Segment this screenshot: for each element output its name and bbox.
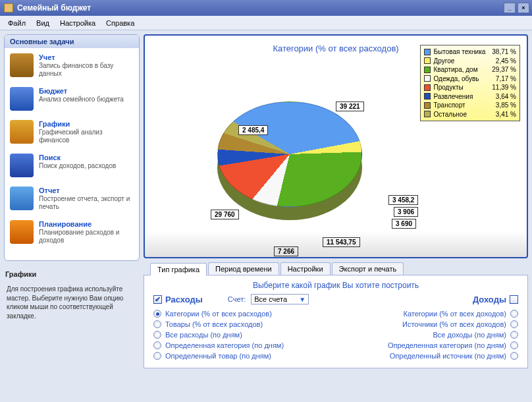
inc-radio-0[interactable]: Категории (% от всех доходов) <box>388 308 518 319</box>
task-Бюджет[interactable]: БюджетАнализ семейного бюджета <box>10 87 134 111</box>
task-Планирование[interactable]: ПланированиеПланирование расходов и дохо… <box>10 220 134 244</box>
task-icon <box>10 220 34 244</box>
task-icon <box>10 120 34 144</box>
inc-radio-2[interactable]: Все доходы (по дням) <box>388 330 518 340</box>
task-desc: Анализ семейного бюджета <box>39 96 124 103</box>
legend-row: Другое2,45 % <box>424 57 516 66</box>
app-title: Семейный бюджет <box>17 3 91 13</box>
task-title: Планирование <box>39 220 134 228</box>
options-panel: Выберите какой график Вы хотите построит… <box>144 275 528 368</box>
pie-chart: 39 221 2 485,4 29 760 7 266 11 543,75 3 … <box>184 75 382 246</box>
tab-1[interactable]: Период времени <box>208 262 279 275</box>
chevron-down-icon: ▼ <box>299 296 306 303</box>
data-label: 29 760 <box>211 210 239 219</box>
menu-2[interactable]: Настройка <box>55 18 101 28</box>
legend-row: Одежда, обувь7,17 % <box>424 74 516 84</box>
menubar: ФайлВидНастройкаСправка <box>0 16 532 30</box>
titlebar: Семейный бюджет _ × <box>0 0 532 16</box>
account-select[interactable]: Все счета▼ <box>251 294 309 304</box>
income-checkbox[interactable]: Доходы <box>473 295 518 304</box>
task-title: Поиск <box>39 154 116 161</box>
legend-row: Квартира, дом29,37 % <box>424 65 516 74</box>
minimize-button[interactable]: _ <box>504 3 516 13</box>
data-label: 3 690 <box>392 219 416 229</box>
menu-3[interactable]: Справка <box>101 18 140 28</box>
menu-1[interactable]: Вид <box>31 18 55 28</box>
data-label: 11 543,75 <box>323 237 360 247</box>
expenses-checkbox[interactable]: ✔Расходы <box>153 295 203 304</box>
task-Учет[interactable]: УчетЗапись финансов в базу данных <box>10 53 134 78</box>
task-icon <box>10 87 34 111</box>
exp-radio-3[interactable]: Определенная категория (по дням) <box>153 340 284 351</box>
task-panel: Основные задачи УчетЗапись финансов в ба… <box>4 34 140 261</box>
account-label: Счет: <box>228 295 246 303</box>
task-panel-header: Основные задачи <box>5 35 139 48</box>
tab-3[interactable]: Экспорт и печать <box>332 262 404 275</box>
task-icon <box>10 154 34 177</box>
help-text: Для построения графика используйте масте… <box>4 285 140 320</box>
options-title: Выберите какой график Вы хотите построит… <box>153 281 518 290</box>
exp-radio-1[interactable]: Товары (% от всех расходов) <box>153 319 284 330</box>
inc-radio-4[interactable]: Определенный источник (по дням) <box>388 351 518 361</box>
tab-bar: Тип графикаПериод времениНастройкиЭкспор… <box>144 262 528 275</box>
data-label: 7 266 <box>274 246 298 256</box>
task-title: Отчет <box>39 187 134 194</box>
exp-radio-4[interactable]: Определенный товар (по дням) <box>153 351 284 361</box>
legend-row: Развлечения3,64 % <box>424 92 516 101</box>
task-icon <box>10 187 34 210</box>
exp-radio-0[interactable]: Категории (% от всех расходов) <box>153 308 284 319</box>
menu-0[interactable]: Файл <box>3 18 31 28</box>
task-desc: Построение отчета, экспорт и печать <box>39 195 134 211</box>
task-desc: Планирование расходов и доходов <box>39 229 134 244</box>
close-button[interactable]: × <box>518 3 529 13</box>
chart-panel: Категории (% от всех расходов) Бытовая т… <box>144 34 528 258</box>
data-label: 39 221 <box>336 101 364 111</box>
task-desc: Графический анализ финансов <box>39 129 134 144</box>
task-icon <box>10 53 34 77</box>
inc-radio-3[interactable]: Определенная категория (по дням) <box>388 340 518 351</box>
help-panel: Графики Для построения графика используй… <box>4 270 140 320</box>
task-desc: Запись финансов в базу данных <box>39 62 134 78</box>
data-label: 3 458,2 <box>388 195 418 205</box>
legend-row: Продукты11,39 % <box>424 83 516 92</box>
task-Поиск[interactable]: ПоискПоиск доходов, расходов <box>10 154 134 177</box>
legend-row: Остальное3,41 % <box>424 110 516 119</box>
inc-radio-1[interactable]: Источники (% от всех доходов) <box>388 319 518 330</box>
task-Отчет[interactable]: ОтчетПостроение отчета, экспорт и печать <box>10 187 134 211</box>
task-desc: Поиск доходов, расходов <box>39 162 116 170</box>
exp-radio-2[interactable]: Все расходы (по дням) <box>153 330 284 340</box>
task-title: Бюджет <box>39 87 124 95</box>
data-label: 3 906 <box>394 207 418 217</box>
chart-legend: Бытовая техника38,71 %Другое2,45 %Кварти… <box>420 45 520 121</box>
tab-0[interactable]: Тип графика <box>150 263 207 275</box>
task-title: Графики <box>39 120 134 128</box>
task-title: Учет <box>39 53 134 61</box>
legend-row: Транспорт3,85 % <box>424 101 516 110</box>
task-Графики[interactable]: ГрафикиГрафический анализ финансов <box>10 120 134 144</box>
help-title: Графики <box>5 270 140 278</box>
legend-row: Бытовая техника38,71 % <box>424 47 516 57</box>
tab-2[interactable]: Настройки <box>280 262 331 275</box>
app-icon <box>4 3 13 13</box>
data-label: 2 485,4 <box>238 125 268 135</box>
